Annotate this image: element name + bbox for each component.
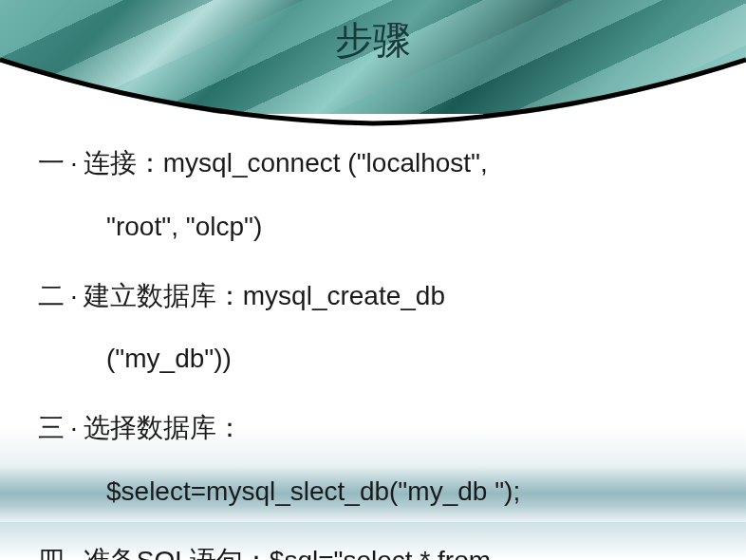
bullet-dot: · xyxy=(70,413,78,442)
slide-title: 步骤 xyxy=(0,14,746,66)
step-number: 三 xyxy=(38,413,65,442)
step-number: 一 xyxy=(38,148,65,177)
step-label: 连接： xyxy=(84,148,163,177)
bullet-dot: · xyxy=(70,281,78,310)
step-number: 二 xyxy=(38,281,65,310)
step-code: mysql_connect ("localhost", xyxy=(163,148,488,177)
step-item: 三·选择数据库： $select=mysql_slect_db("my_db "… xyxy=(38,407,708,513)
step-code: mysql_create_db xyxy=(243,281,445,310)
step-number: 四 xyxy=(38,546,65,560)
bullet-dot: · xyxy=(70,148,78,177)
step-label: 选择数据库： xyxy=(84,413,243,442)
step-code-cont: ("my_db")) xyxy=(106,338,708,381)
step-label: 准备SQL语句： xyxy=(84,546,270,560)
bullet-dot: · xyxy=(70,546,78,560)
step-code-cont: "root", "olcp") xyxy=(106,206,708,249)
step-item: 四·准备SQL语句：$sql="select * from xyxy=(38,540,708,560)
step-item: 一·连接：mysql_connect ("localhost", "root",… xyxy=(38,142,708,249)
step-item: 二·建立数据库：mysql_create_db ("my_db")) xyxy=(38,275,708,382)
step-code: $sql="select * from xyxy=(270,546,491,560)
step-label: 建立数据库： xyxy=(84,281,243,310)
slide: 步骤 一·连接：mysql_connect ("localhost", "roo… xyxy=(0,0,746,560)
content-area: 一·连接：mysql_connect ("localhost", "root",… xyxy=(38,142,708,560)
step-code-cont: $select=mysql_slect_db("my_db "); xyxy=(106,471,708,513)
